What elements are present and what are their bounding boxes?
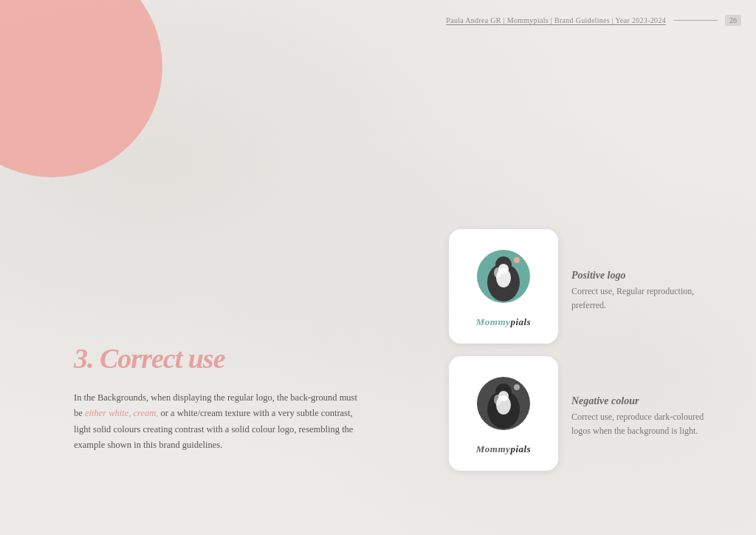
positive-logo-svg [472, 247, 535, 310]
positive-brand-pials: pials [510, 316, 531, 327]
positive-brand-mommy: Mommy [476, 316, 511, 327]
positive-logo-name: Mommypials [476, 316, 531, 328]
negative-logo-svg [472, 374, 535, 437]
body-highlight: either white, cream, [85, 408, 159, 418]
negative-desc-block: Negative colour Correct use, reproduce d… [571, 395, 719, 438]
svg-point-6 [494, 268, 501, 278]
page-number: 26 [725, 15, 741, 26]
negative-brand-mommy: Mommy [476, 443, 511, 454]
section-heading: 3. Correct use [74, 342, 225, 375]
header-text: Paula Andrea GR | Mommypials | Brand Gui… [446, 16, 666, 24]
page: Paula Andrea GR | Mommypials | Brand Gui… [0, 0, 756, 535]
svg-point-13 [494, 395, 501, 405]
negative-logo-title: Negative colour [571, 395, 719, 407]
decorative-circle [0, 0, 162, 177]
negative-logo-name: Mommypials [476, 443, 531, 455]
positive-desc-block: Positive logo Correct use, Regular repro… [571, 270, 719, 313]
negative-brand-pials: pials [510, 443, 531, 454]
svg-point-12 [514, 384, 520, 390]
positive-logo-desc: Correct use, Regular reproduction, prefe… [571, 284, 719, 313]
negative-logo-image [470, 372, 537, 439]
positive-logo-image [470, 245, 537, 312]
header-divider [673, 20, 718, 21]
positive-logo-title: Positive logo [571, 270, 719, 282]
svg-point-5 [514, 257, 520, 263]
body-text: In the Backgrounds, when displaying the … [74, 390, 362, 453]
negative-logo-desc: Correct use, reproduce dark-coloured log… [571, 410, 719, 438]
negative-logo-card: Mommypials [449, 356, 558, 471]
positive-logo-card: Mommypials [449, 229, 558, 344]
header: Paula Andrea GR | Mommypials | Brand Gui… [446, 15, 741, 26]
